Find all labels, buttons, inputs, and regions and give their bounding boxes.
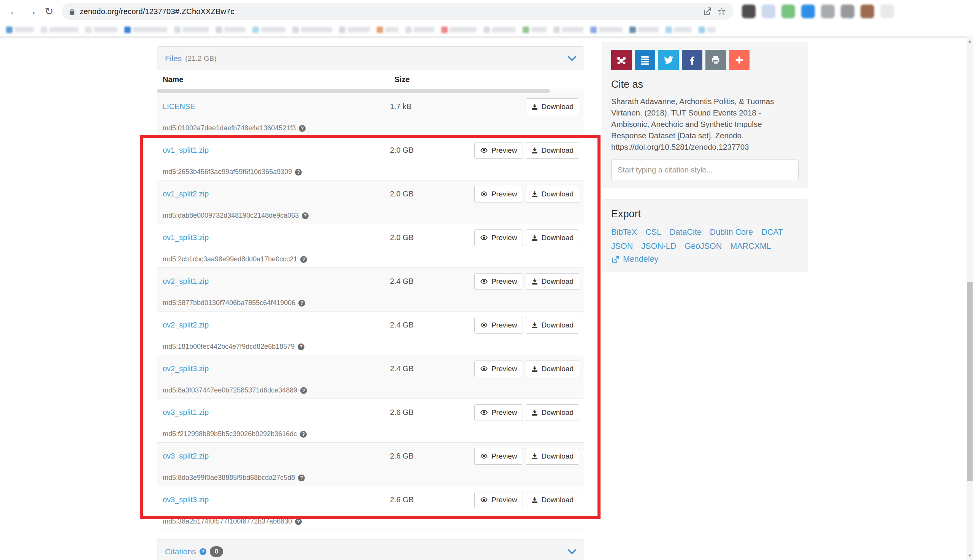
extension-icon[interactable] bbox=[821, 5, 834, 18]
download-button[interactable]: Download bbox=[526, 98, 580, 115]
download-button[interactable]: Download bbox=[526, 404, 580, 421]
download-button[interactable]: Download bbox=[526, 186, 580, 202]
bookmark-item[interactable] bbox=[699, 27, 716, 33]
help-icon[interactable]: ? bbox=[298, 300, 305, 307]
export-format-link[interactable]: CSL bbox=[645, 225, 661, 239]
chevron-down-icon[interactable] bbox=[568, 56, 576, 61]
twitter-icon[interactable] bbox=[658, 50, 679, 70]
export-format-link[interactable]: GeoJSON bbox=[684, 239, 722, 253]
file-link[interactable]: ov3_split1.zip bbox=[163, 408, 390, 417]
bookmark-item[interactable] bbox=[629, 27, 659, 33]
preview-button[interactable]: Preview bbox=[474, 186, 523, 202]
address-bar[interactable]: zenodo.org/record/1237703#.ZChoXXZBw7c ☆ bbox=[62, 3, 734, 20]
extension-icon[interactable] bbox=[742, 5, 756, 18]
forward-icon[interactable]: → bbox=[23, 6, 40, 17]
export-format-link[interactable]: BibTeX bbox=[611, 225, 637, 239]
bookmark-item[interactable] bbox=[215, 27, 245, 33]
share-more-icon[interactable] bbox=[729, 50, 749, 70]
reload-icon[interactable]: ↻ bbox=[40, 5, 58, 17]
download-button[interactable]: Download bbox=[526, 230, 580, 246]
help-icon[interactable]: ? bbox=[300, 431, 307, 438]
export-format-link[interactable]: DataCite bbox=[670, 225, 702, 239]
export-format-link[interactable]: JSON-LD bbox=[641, 239, 676, 253]
bookmark-star-icon[interactable]: ☆ bbox=[717, 6, 726, 17]
preview-button[interactable]: Preview bbox=[474, 360, 523, 377]
mendeley-icon[interactable] bbox=[611, 50, 632, 70]
export-format-link[interactable]: JSON bbox=[611, 239, 633, 253]
vertical-scrollbar[interactable]: ▲ ▼ bbox=[966, 37, 973, 560]
bookmark-item[interactable] bbox=[484, 27, 516, 33]
preview-button[interactable]: Preview bbox=[474, 404, 523, 421]
download-button[interactable]: Download bbox=[526, 317, 580, 333]
export-format-link[interactable]: MARCXML bbox=[730, 239, 771, 253]
file-link[interactable]: ov3_split2.zip bbox=[163, 452, 390, 460]
bookmark-item[interactable] bbox=[6, 27, 34, 33]
preview-button[interactable]: Preview bbox=[474, 230, 523, 246]
bookmark-item[interactable] bbox=[85, 27, 117, 33]
help-icon[interactable]: ? bbox=[298, 343, 304, 350]
facebook-icon[interactable] bbox=[682, 50, 703, 70]
export-format-link[interactable]: DCAT bbox=[761, 225, 783, 239]
preview-button[interactable]: Preview bbox=[474, 448, 523, 465]
help-icon[interactable]: ? bbox=[300, 387, 307, 394]
chevron-down-icon[interactable] bbox=[568, 549, 576, 554]
horizontal-scrollbar-thumb[interactable] bbox=[157, 89, 549, 93]
download-button[interactable]: Download bbox=[526, 448, 580, 465]
download-button[interactable]: Download bbox=[526, 273, 580, 290]
file-link[interactable]: ov3_split3.zip bbox=[163, 495, 390, 504]
preview-button[interactable]: Preview bbox=[474, 317, 523, 333]
bookmark-item[interactable] bbox=[377, 27, 398, 33]
help-icon[interactable]: ? bbox=[299, 125, 305, 132]
bookmark-item[interactable] bbox=[292, 27, 332, 33]
bookmark-item[interactable] bbox=[441, 27, 477, 33]
bookmark-item[interactable] bbox=[553, 27, 583, 33]
preview-button[interactable]: Preview bbox=[474, 142, 523, 159]
export-mendeley-link[interactable]: Mendeley bbox=[611, 255, 799, 264]
download-button[interactable]: Download bbox=[526, 142, 580, 159]
share-icon[interactable] bbox=[703, 7, 712, 16]
bookmark-item[interactable] bbox=[174, 27, 209, 33]
file-link[interactable]: ov1_split2.zip bbox=[163, 190, 390, 198]
bookmark-item[interactable] bbox=[666, 27, 692, 33]
help-icon[interactable]: ? bbox=[295, 518, 302, 525]
file-link[interactable]: ov2_split1.zip bbox=[163, 277, 390, 286]
extension-icon[interactable] bbox=[762, 5, 775, 18]
help-icon[interactable]: ? bbox=[295, 169, 302, 175]
scrollbar-thumb[interactable] bbox=[967, 282, 973, 481]
export-format-link[interactable]: Dublin Core bbox=[710, 225, 753, 239]
download-button[interactable]: Download bbox=[526, 360, 580, 377]
citation-style-input[interactable] bbox=[611, 160, 799, 180]
extension-icons[interactable] bbox=[742, 5, 894, 18]
file-link[interactable]: ov1_split3.zip bbox=[163, 233, 390, 242]
file-link[interactable]: ov2_split3.zip bbox=[163, 364, 390, 373]
bookmark-item[interactable] bbox=[339, 27, 370, 33]
share-lines-icon[interactable] bbox=[635, 50, 655, 70]
scrollbar-up-arrow[interactable]: ▲ bbox=[966, 39, 973, 43]
help-icon[interactable]: ? bbox=[298, 475, 305, 482]
preview-button[interactable]: Preview bbox=[474, 273, 523, 290]
print-icon[interactable] bbox=[706, 50, 726, 70]
scrollbar-down-arrow[interactable]: ▼ bbox=[966, 553, 973, 558]
citations-header[interactable]: Citations ? 0 bbox=[157, 540, 584, 560]
extension-icon[interactable] bbox=[801, 5, 815, 18]
bookmark-item[interactable] bbox=[590, 27, 623, 33]
download-button[interactable]: Download bbox=[526, 492, 580, 508]
bookmark-item[interactable] bbox=[252, 27, 285, 33]
help-icon[interactable]: ? bbox=[300, 256, 307, 263]
bookmark-item[interactable] bbox=[124, 27, 167, 33]
back-icon[interactable]: ← bbox=[5, 6, 23, 17]
file-link[interactable]: LICENSE bbox=[163, 102, 390, 111]
help-icon[interactable]: ? bbox=[302, 212, 309, 219]
help-icon[interactable]: ? bbox=[200, 548, 206, 555]
preview-button[interactable]: Preview bbox=[474, 492, 523, 508]
bookmark-item[interactable] bbox=[41, 27, 78, 33]
horizontal-scrollbar[interactable] bbox=[157, 89, 584, 93]
bookmark-item[interactable] bbox=[522, 27, 547, 33]
extension-icon[interactable] bbox=[841, 5, 855, 18]
extension-icon[interactable] bbox=[861, 5, 874, 18]
file-link[interactable]: ov1_split1.zip bbox=[163, 146, 390, 155]
bookmark-item[interactable] bbox=[405, 27, 434, 33]
extension-icon[interactable] bbox=[781, 5, 795, 18]
files-panel-header[interactable]: Files (21.2 GB) bbox=[157, 47, 584, 70]
file-link[interactable]: ov2_split2.zip bbox=[163, 321, 390, 329]
